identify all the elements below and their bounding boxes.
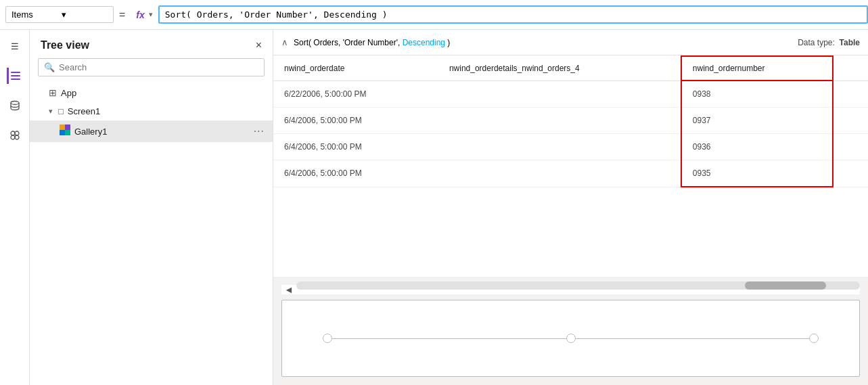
- svg-rect-2: [11, 78, 20, 80]
- canvas-area: ◄: [273, 277, 868, 385]
- formula-info-bar: ∧ Sort( Orders, 'Order Number', Descendi…: [273, 30, 868, 55]
- content-area: ∧ Sort( Orders, 'Order Number', Descendi…: [273, 30, 868, 385]
- col-header-ordernumber: nwind_ordernumber: [681, 56, 833, 81]
- cell-ordernumber-1: 0937: [681, 108, 833, 134]
- search-bar: 🔍: [38, 58, 265, 76]
- table-header-row: nwind_orderdate nwind_orderdetails_nwind…: [273, 56, 868, 81]
- hamburger-icon[interactable]: ☰: [7, 38, 23, 54]
- gallery1-more-icon[interactable]: ···: [254, 125, 265, 137]
- svg-point-3: [11, 101, 19, 105]
- cell-extra-3: [833, 160, 868, 187]
- table-row: 6/4/2006, 5:00:00 PM 0935: [273, 160, 868, 187]
- svg-point-5: [15, 135, 19, 139]
- cell-orderdetails-2: [438, 134, 681, 160]
- cell-extra-2: [833, 134, 868, 160]
- cell-ordernumber-2: 0936: [681, 134, 833, 160]
- collapse-arrow-icon[interactable]: ∧: [281, 37, 288, 47]
- database-icon[interactable]: [7, 97, 23, 114]
- top-bar: Items ▾ = fx ▾: [0, 0, 868, 30]
- cell-orderdetails-1: [438, 108, 681, 134]
- table-row: 6/22/2006, 5:00:00 PM 0938: [273, 81, 868, 108]
- formula-input[interactable]: [158, 5, 868, 24]
- fx-icon: fx: [136, 9, 144, 20]
- cell-orderdate-3: 6/4/2006, 5:00:00 PM: [273, 160, 438, 187]
- sort-keyword-text: Descending: [403, 38, 445, 47]
- svg-rect-1: [11, 75, 20, 76]
- tree-panel: Tree view × 🔍 ⊞ App ▾ □ Screen1: [30, 30, 273, 385]
- data-type-label: Data type: Table: [798, 38, 860, 47]
- svg-rect-0: [11, 72, 20, 73]
- screen1-collapse-icon[interactable]: ▾: [49, 107, 53, 116]
- handle-right[interactable]: [809, 334, 819, 343]
- data-type-prefix: Data type:: [798, 38, 835, 47]
- sort-fn-text: Sort( Orders, 'Order Number',: [294, 38, 403, 47]
- scroll-left-arrow[interactable]: ◄: [281, 284, 296, 295]
- fx-chevron-icon[interactable]: ▾: [149, 10, 153, 19]
- search-icon: 🔍: [44, 62, 55, 72]
- cell-orderdetails-3: [438, 160, 681, 187]
- layers-icon[interactable]: [7, 68, 23, 84]
- search-input[interactable]: [59, 62, 258, 72]
- handle-mid[interactable]: [566, 334, 576, 343]
- tree-item-gallery1[interactable]: Gallery1 ···: [30, 120, 273, 142]
- tools-icon[interactable]: [7, 127, 23, 143]
- tree-title: Tree view: [41, 39, 89, 51]
- tree-close-button[interactable]: ×: [256, 39, 262, 51]
- tree-items: ⊞ App ▾ □ Screen1 Gallery1: [30, 83, 273, 385]
- col-header-extra: [833, 56, 868, 81]
- app-grid-icon: ⊞: [49, 87, 57, 98]
- data-preview: nwind_orderdate nwind_orderdetails_nwind…: [273, 55, 868, 277]
- sort-close-text: ): [445, 38, 450, 47]
- svg-point-4: [11, 131, 15, 135]
- items-selector[interactable]: Items ▾: [5, 6, 114, 23]
- cell-extra-1: [833, 108, 868, 134]
- main-layout: ☰ Tree view: [0, 30, 868, 385]
- cell-orderdate-0: 6/22/2006, 5:00:00 PM: [273, 81, 438, 108]
- svg-point-6: [11, 135, 15, 139]
- svg-rect-10: [60, 130, 65, 135]
- col-header-orderdetails: nwind_orderdetails_nwind_orders_4: [438, 56, 681, 81]
- data-type-value: Table: [840, 38, 860, 47]
- col-header-orderdate: nwind_orderdate: [273, 56, 438, 81]
- svg-rect-11: [65, 130, 70, 135]
- scrollbar-track[interactable]: [296, 281, 860, 290]
- cell-orderdate-1: 6/4/2006, 5:00:00 PM: [273, 108, 438, 134]
- equals-sign: =: [114, 9, 131, 21]
- cell-orderdate-2: 6/4/2006, 5:00:00 PM: [273, 134, 438, 160]
- cell-ordernumber-3: 0935: [681, 160, 833, 187]
- items-label: Items: [12, 9, 58, 20]
- screen1-box-icon: □: [58, 106, 64, 116]
- table-row: 6/4/2006, 5:00:00 PM 0936: [273, 134, 868, 160]
- cell-extra-0: [833, 81, 868, 108]
- scrollbar-thumb[interactable]: [745, 281, 826, 290]
- svg-rect-8: [60, 124, 65, 130]
- table-row: 6/4/2006, 5:00:00 PM 0937: [273, 108, 868, 134]
- tree-item-app[interactable]: ⊞ App: [30, 83, 273, 102]
- tree-item-gallery1-label: Gallery1: [74, 127, 250, 137]
- cell-orderdetails-0: [438, 81, 681, 108]
- cell-ordernumber-0: 0938: [681, 81, 833, 108]
- tree-header: Tree view ×: [30, 30, 273, 58]
- tree-item-screen1[interactable]: ▾ □ Screen1: [30, 102, 273, 120]
- handle-left[interactable]: [323, 334, 332, 343]
- fx-bar: fx ▾: [131, 9, 158, 20]
- tree-item-app-label: App: [61, 88, 265, 98]
- gallery1-color-icon: [60, 124, 70, 138]
- svg-point-7: [15, 131, 19, 135]
- chevron-down-icon: ▾: [62, 9, 108, 20]
- svg-rect-9: [65, 124, 70, 130]
- formula-info-text: Sort( Orders, 'Order Number', Descending…: [294, 38, 450, 47]
- tree-item-screen1-label: Screen1: [68, 106, 265, 116]
- data-table: nwind_orderdate nwind_orderdetails_nwind…: [273, 55, 868, 187]
- icon-rail: ☰: [0, 30, 30, 385]
- canvas-frame: [281, 300, 860, 377]
